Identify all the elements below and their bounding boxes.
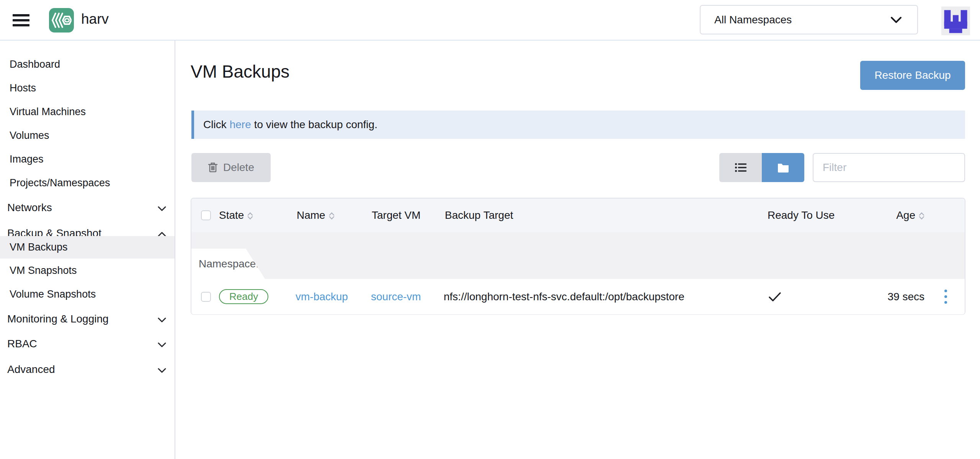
folder-icon <box>777 163 789 173</box>
info-banner: Click here to view the backup config. <box>191 111 965 139</box>
sidebar-group-monitoring-logging[interactable]: Monitoring & Logging <box>0 308 175 330</box>
sort-carets-icon <box>329 212 335 220</box>
group-label-prefix: Namespace: <box>199 258 259 270</box>
chevron-down-icon <box>158 338 166 350</box>
banner-text-pre: Click <box>203 119 227 131</box>
column-header-name[interactable]: Name <box>297 199 335 232</box>
harvester-wheat-icon <box>52 12 72 29</box>
sidebar-item-vm-snapshots[interactable]: VM Snapshots <box>0 259 175 282</box>
table-header-row: State Name Target VM <box>191 199 965 232</box>
column-header-backup-target: Backup Target <box>445 199 513 232</box>
sidebar-nav: Dashboard Hosts Virtual Machines Volumes… <box>0 41 175 459</box>
sidebar-item-vm-backups[interactable]: VM Backups <box>0 236 175 259</box>
avatar-identicon-icon <box>941 7 970 35</box>
trash-icon <box>208 162 218 173</box>
chevron-down-icon <box>158 313 166 325</box>
group-band: Namespace: default <box>191 232 965 279</box>
sidebar-group-networks[interactable]: Networks <box>0 196 175 219</box>
checkmark-icon <box>768 292 781 302</box>
delete-button[interactable]: Delete <box>191 153 271 182</box>
state-cell: Ready <box>219 279 268 314</box>
top-bar: harv All Namespaces <box>0 0 980 41</box>
chevron-down-icon <box>158 363 166 376</box>
column-header-target-vm: Target VM <box>372 199 421 232</box>
restore-backup-button[interactable]: Restore Backup <box>860 61 965 90</box>
sidebar-item-dashboard[interactable]: Dashboard <box>0 53 175 76</box>
sidebar-item-volume-snapshots[interactable]: Volume Snapshots <box>0 283 175 306</box>
backups-table: State Name Target VM <box>191 198 965 315</box>
chevron-down-icon <box>158 202 166 214</box>
group-label-value: default <box>263 258 298 270</box>
target-vm-link[interactable]: source-vm <box>371 291 421 303</box>
table-row: Ready vm-backup source-vm nfs://longhorn… <box>191 279 965 314</box>
harvester-logo[interactable] <box>49 8 74 33</box>
namespace-dropdown-value: All Namespaces <box>714 14 890 26</box>
name-cell: vm-backup <box>296 279 348 314</box>
cluster-name: harv <box>81 11 109 27</box>
sidebar-item-hosts[interactable]: Hosts <box>0 77 175 99</box>
namespace-dropdown[interactable]: All Namespaces <box>700 5 918 34</box>
backup-target-cell: nfs://longhorn-test-nfs-svc.default:/opt… <box>444 279 684 314</box>
age-cell: 39 secs <box>888 279 925 314</box>
hamburger-menu-icon[interactable] <box>13 14 29 26</box>
select-all-checkbox[interactable] <box>201 199 211 232</box>
sidebar-group-rbac[interactable]: RBAC <box>0 332 175 355</box>
column-header-ready-to-use: Ready To Use <box>768 199 835 232</box>
page-title: VM Backups <box>191 61 289 82</box>
row-checkbox[interactable] <box>201 279 211 314</box>
view-mode-toggle <box>719 153 804 182</box>
sidebar-item-projects-namespaces[interactable]: Projects/Namespaces <box>0 172 175 194</box>
filter-input[interactable] <box>813 153 965 182</box>
sidebar-item-virtual-machines[interactable]: Virtual Machines <box>0 101 175 123</box>
row-actions <box>942 279 949 314</box>
column-header-age[interactable]: Age <box>896 199 924 232</box>
delete-button-label: Delete <box>223 161 254 174</box>
chevron-down-icon <box>890 16 902 23</box>
sort-carets-icon <box>247 212 253 220</box>
ready-to-use-cell <box>768 279 781 314</box>
sidebar-group-advanced[interactable]: Advanced <box>0 358 175 381</box>
banner-text-post: to view the backup config. <box>254 119 377 131</box>
harvester-app: harv All Namespaces Dashboard Hosts Virt… <box>0 0 980 459</box>
banner-here-link[interactable]: here <box>230 119 251 131</box>
main-content: VM Backups Restore Backup Click here to … <box>175 41 980 459</box>
target-vm-cell: source-vm <box>371 279 421 314</box>
status-badge: Ready <box>219 289 268 304</box>
grouped-view-button[interactable] <box>762 153 804 182</box>
list-view-icon <box>735 163 746 172</box>
column-header-state[interactable]: State <box>219 199 253 232</box>
sort-carets-icon <box>919 212 924 220</box>
list-view-button[interactable] <box>719 153 762 182</box>
user-avatar[interactable] <box>941 7 970 35</box>
backup-name-link[interactable]: vm-backup <box>296 291 348 303</box>
sidebar-item-images[interactable]: Images <box>0 148 175 171</box>
kebab-menu-icon[interactable] <box>942 287 949 306</box>
sidebar-item-volumes[interactable]: Volumes <box>0 124 175 147</box>
group-tab-namespace: Namespace: default <box>191 249 265 279</box>
